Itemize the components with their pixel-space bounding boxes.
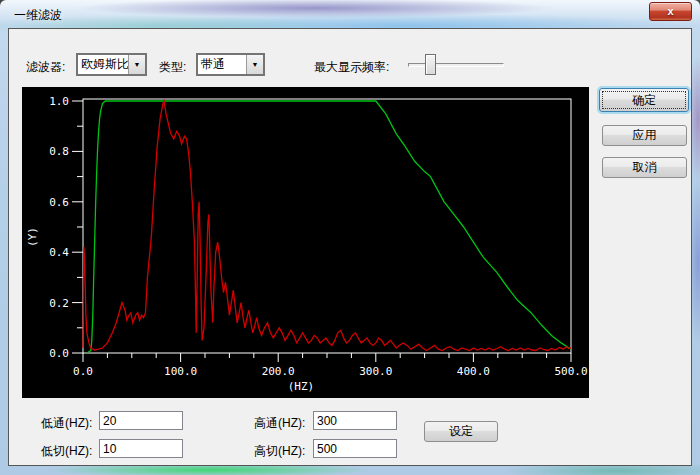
y-tick-label: 0.0 <box>49 347 69 360</box>
slider-track[interactable] <box>408 63 504 67</box>
slider-thumb[interactable] <box>425 54 436 75</box>
filter-plot: 0.00.20.40.60.81.00.0100.0200.0300.0400.… <box>22 87 589 398</box>
y-axis-label: (Y) <box>26 227 39 247</box>
high-cut-label: 高切(HZ): <box>254 443 305 460</box>
set-button[interactable]: 设定 <box>424 421 498 442</box>
type-label: 类型: <box>159 59 186 76</box>
type-dropdown-value: 带通 <box>198 56 246 73</box>
plot-panel: 0.00.20.40.60.81.00.0100.0200.0300.0400.… <box>22 87 589 398</box>
high-pass-label: 高通(HZ): <box>254 415 305 432</box>
low-pass-label: 低通(HZ): <box>41 415 92 432</box>
filter-dropdown[interactable]: 欧姆斯比 ▼ <box>76 53 147 76</box>
plot-background <box>22 87 589 398</box>
high-cut-input[interactable] <box>313 439 397 458</box>
window-title: 一维滤波 <box>14 7 62 24</box>
max-frequency-label: 最大显示频率: <box>314 59 389 76</box>
x-axis-label: (HZ) <box>288 380 315 393</box>
cancel-button[interactable]: 取消 <box>602 157 687 178</box>
x-tick-label: 0.0 <box>73 365 93 378</box>
x-tick-label: 300.0 <box>359 365 392 378</box>
y-tick-label: 0.6 <box>49 196 69 209</box>
low-cut-input[interactable] <box>99 439 183 458</box>
filter-dropdown-value: 欧姆斯比 <box>78 56 128 73</box>
x-tick-label: 500.0 <box>554 365 587 378</box>
y-tick-label: 0.4 <box>49 246 69 259</box>
x-tick-label: 100.0 <box>164 365 197 378</box>
chevron-down-icon[interactable]: ▼ <box>246 55 263 74</box>
y-tick-label: 0.2 <box>49 297 69 310</box>
dialog-window: 一维滤波 x 滤波器: 欧姆斯比 ▼ 类型: 带通 ▼ 最大显示频率: 0.00… <box>0 0 700 475</box>
x-tick-label: 200.0 <box>262 365 295 378</box>
filter-label: 滤波器: <box>26 59 65 76</box>
y-tick-label: 0.8 <box>49 145 69 158</box>
y-tick-label: 1.0 <box>49 95 69 108</box>
max-frequency-slider[interactable] <box>408 54 504 75</box>
low-cut-label: 低切(HZ): <box>41 443 92 460</box>
x-tick-label: 400.0 <box>457 365 490 378</box>
ok-button[interactable]: 确定 <box>599 88 689 112</box>
low-pass-input[interactable] <box>99 411 183 430</box>
dialog-content: 滤波器: 欧姆斯比 ▼ 类型: 带通 ▼ 最大显示频率: 0.00.20.40.… <box>8 28 692 466</box>
apply-button[interactable]: 应用 <box>602 125 687 146</box>
high-pass-input[interactable] <box>313 411 397 430</box>
close-button[interactable]: x <box>649 2 692 21</box>
type-dropdown[interactable]: 带通 ▼ <box>196 53 265 76</box>
chevron-down-icon[interactable]: ▼ <box>128 55 145 74</box>
